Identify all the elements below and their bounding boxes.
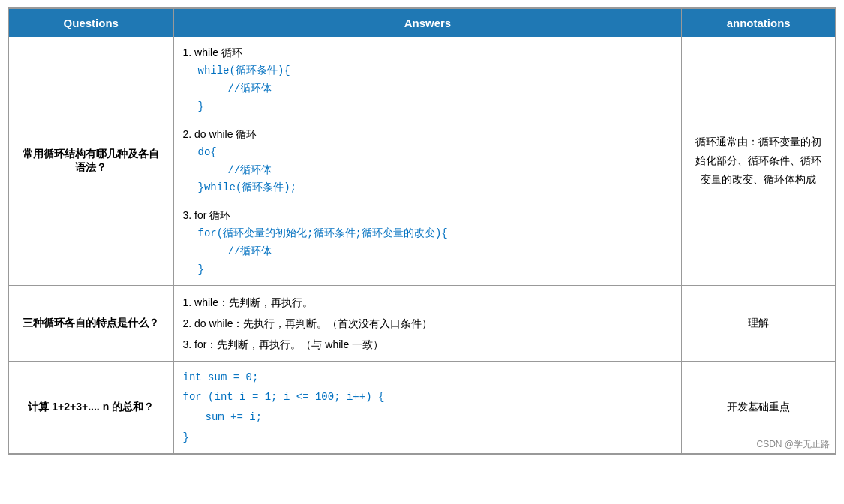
question-1: 常用循环结构有哪几种及各自语法？ — [9, 38, 174, 286]
annotation-text-2: 理解 — [691, 314, 826, 332]
for-code-line3: } — [198, 261, 673, 279]
header-annotations: annotations — [682, 9, 836, 38]
table-row: 计算 1+2+3+.... n 的总和？ int sum = 0; for (i… — [9, 361, 836, 453]
char-line3: 3. for：先判断，再执行。（与 while 一致） — [183, 334, 673, 355]
dowhile-code-line1: do{ — [198, 144, 673, 162]
question-2: 三种循环各自的特点是什么？ — [9, 285, 174, 361]
annotation-text-1: 循环通常由：循环变量的初始化部分、循环条件、循环变量的改变、循环体构成 — [691, 133, 826, 190]
for-code: for(循环变量的初始化;循环条件;循环变量的改变){ //循环体 } — [198, 225, 673, 278]
section-dowhile-title: 2. do while 循环 — [183, 128, 257, 140]
while-code: while(循环条件){ //循环体 } — [198, 62, 673, 116]
header-answers: Answers — [173, 9, 682, 38]
answer-2: 1. while：先判断，再执行。 2. do while：先执行，再判断。（首… — [173, 285, 682, 361]
annotation-text-3: 开发基础重点 — [691, 398, 826, 416]
sum-code: int sum = 0; for (int i = 1; i <= 100; i… — [183, 368, 673, 447]
main-table-wrapper: Questions Answers annotations 常用循环结构有哪几种… — [8, 8, 836, 454]
watermark: CSDN @学无止路 — [756, 438, 830, 451]
char-line1: 1. while：先判断，再执行。 — [183, 292, 673, 313]
annotation-1: 循环通常由：循环变量的初始化部分、循环条件、循环变量的改变、循环体构成 — [682, 38, 836, 286]
characteristics-content: 1. while：先判断，再执行。 2. do while：先执行，再判断。（首… — [183, 292, 673, 355]
section-while-title: 1. while 循环 — [183, 46, 242, 58]
answer-1: 1. while 循环 while(循环条件){ //循环体 } 2. do w… — [173, 38, 682, 286]
sum-line2: for (int i = 1; i <= 100; i++) { — [183, 387, 673, 407]
section-while: 1. while 循环 while(循环条件){ //循环体 } — [183, 44, 673, 116]
while-code-line1: while(循环条件){ — [198, 62, 673, 80]
section-dowhile: 2. do while 循环 do{ //循环体 }while(循环条件); — [183, 125, 673, 198]
qa-table: Questions Answers annotations 常用循环结构有哪几种… — [8, 8, 836, 454]
sum-line4: } — [183, 428, 673, 448]
while-code-line3: } — [198, 98, 673, 116]
sum-line3: sum += i; — [206, 407, 673, 428]
annotation-2: 理解 — [682, 285, 836, 361]
dowhile-code-line3: }while(循环条件); — [198, 179, 673, 197]
section-for-title: 3. for 循环 — [183, 209, 231, 221]
char-line2: 2. do while：先执行，再判断。（首次没有入口条件） — [183, 313, 673, 334]
table-row: 三种循环各自的特点是什么？ 1. while：先判断，再执行。 2. do wh… — [9, 285, 836, 361]
while-code-line2: //循环体 — [228, 80, 673, 98]
section-for: 3. for 循环 for(循环变量的初始化;循环条件;循环变量的改变){ //… — [183, 206, 673, 279]
table-row: 常用循环结构有哪几种及各自语法？ 1. while 循环 while(循环条件)… — [9, 38, 836, 286]
question-3: 计算 1+2+3+.... n 的总和？ — [9, 361, 174, 453]
answer-content-1: 1. while 循环 while(循环条件){ //循环体 } 2. do w… — [183, 44, 673, 279]
dowhile-code-line2: //循环体 — [228, 162, 673, 180]
for-code-line2: //循环体 — [228, 243, 673, 261]
header-questions: Questions — [9, 9, 174, 38]
sum-line1: int sum = 0; — [183, 368, 673, 388]
dowhile-code: do{ //循环体 }while(循环条件); — [198, 144, 673, 197]
for-code-line1: for(循环变量的初始化;循环条件;循环变量的改变){ — [198, 225, 673, 243]
answer-3: int sum = 0; for (int i = 1; i <= 100; i… — [173, 361, 682, 453]
